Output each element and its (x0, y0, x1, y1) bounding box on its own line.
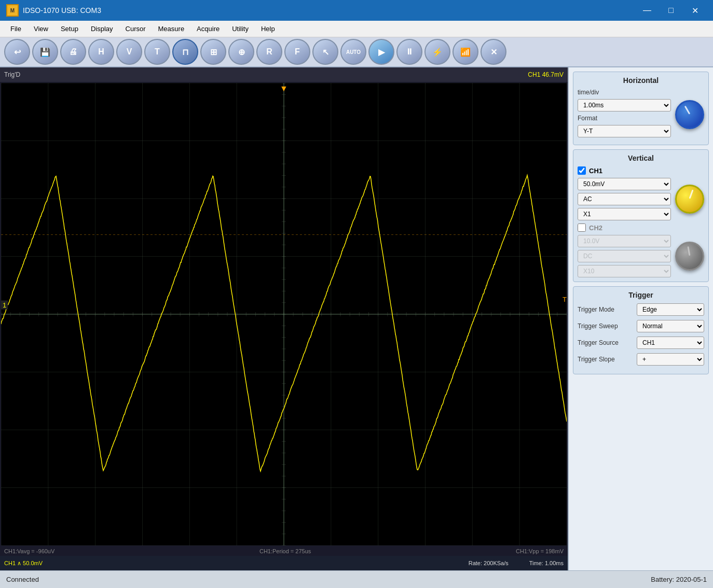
ch2-knob-marker (687, 246, 690, 256)
ch2-voltage-select[interactable]: 10.0V (578, 235, 671, 247)
toolbar-pause-button[interactable]: ⏸ (396, 39, 422, 65)
ch2-checkbox[interactable] (578, 223, 586, 232)
trigger-sweep-select[interactable]: Normal Auto Single (637, 320, 704, 332)
format-row: Format (578, 115, 671, 122)
vertical-section: Vertical CH1 50.0mV AC X (573, 149, 709, 282)
horizontal-knob[interactable] (675, 100, 704, 129)
menu-setup[interactable]: Setup (54, 23, 85, 35)
ch2-knob (675, 242, 704, 271)
app-icon: M (6, 4, 19, 17)
ch2-label: CH2 (589, 224, 602, 232)
time-div-label: time/div (578, 89, 619, 96)
menu-file[interactable]: File (4, 23, 28, 35)
toolbar-table-button[interactable]: ⊞ (200, 39, 226, 65)
toolbar-pulse-button[interactable]: ⊓ (172, 39, 198, 65)
trigger-mode-select[interactable]: Edge Pulse Video (637, 303, 704, 316)
toolbar-R-button[interactable]: R (256, 39, 282, 65)
toolbar-V-button[interactable]: V (116, 39, 142, 65)
format-select-row: Y-T (578, 125, 671, 137)
trigger-title: Trigger (578, 291, 704, 299)
ch1-channel-label: CH1 ∧ 50.0mV (4, 560, 43, 567)
menu-acquire[interactable]: Acquire (190, 23, 226, 35)
menu-help[interactable]: Help (255, 23, 281, 35)
time-div-select-row: 1.00ms (578, 99, 671, 111)
trigger-source-label: Trigger Source (578, 339, 635, 346)
toolbar-exit-button[interactable]: ✕ (481, 39, 506, 65)
menu-cursor[interactable]: Cursor (119, 23, 152, 35)
trigger-slope-row: Trigger Slope + - (578, 353, 704, 366)
minimize-button[interactable]: — (635, 0, 659, 21)
menu-utility[interactable]: Utility (226, 23, 255, 35)
ch1-vpp: CH1:Vpp = 198mV (516, 548, 564, 554)
right-panel: Horizontal time/div 1.00ms Format (568, 67, 713, 570)
ch1-ground-marker: 1 (1, 301, 8, 310)
trigger-slope-label: Trigger Slope (578, 356, 635, 363)
ch2-row: CH2 (578, 223, 704, 232)
ch1-knob[interactable] (675, 185, 704, 214)
scope-area: Trig'D CH1 46.7mV ▼ 1 T CH1:Vavg = -960u… (0, 67, 568, 570)
toolbar-H-button[interactable]: H (88, 39, 114, 65)
menu-view[interactable]: View (28, 23, 54, 35)
toolbar-run-button[interactable]: ▶ (368, 39, 394, 65)
toolbar-auto-button[interactable]: AUTO (340, 39, 366, 65)
toolbar-F-button[interactable]: F (284, 39, 310, 65)
scope-display: ▼ 1 T (1, 83, 567, 545)
toolbar-T-button[interactable]: T (144, 39, 170, 65)
time-div-select[interactable]: 1.00ms (578, 99, 671, 111)
ch1-vavg: CH1:Vavg = -960uV (4, 548, 54, 554)
toolbar-save-button[interactable]: 💾 (32, 39, 58, 65)
ch1-probe-select[interactable]: X1 (578, 208, 671, 220)
ch1-period: CH1:Period = 275us (259, 548, 311, 554)
ch1-knob-marker (689, 190, 694, 199)
horizontal-section: Horizontal time/div 1.00ms Format (573, 72, 709, 145)
menu-measure[interactable]: Measure (152, 23, 191, 35)
ch1-level: CH1 46.7mV (528, 71, 564, 78)
oscilloscope-canvas (1, 83, 567, 545)
close-button[interactable]: ✕ (683, 0, 707, 21)
trigger-section: Trigger Trigger Mode Edge Pulse Video Tr… (573, 286, 709, 374)
menubar: FileViewSetupDisplayCursorMeasureAcquire… (0, 21, 713, 37)
ch1-label: CH1 (589, 167, 602, 175)
format-select[interactable]: Y-T (578, 125, 671, 137)
ch1-checkbox[interactable] (578, 166, 586, 175)
toolbar-usb-button[interactable]: ⚡ (424, 39, 450, 65)
toolbar-back-button[interactable]: ↩ (4, 39, 30, 65)
toolbar-print-button[interactable]: 🖨 (60, 39, 86, 65)
trigger-source-select[interactable]: CH1 CH2 EXT (637, 337, 704, 349)
menu-display[interactable]: Display (85, 23, 119, 35)
sample-rate: Rate: 200KSa/s (469, 560, 509, 566)
toolbar: ↩💾🖨HVT⊓⊞⊕RF↖AUTO▶⏸⚡📶✕ (0, 37, 713, 67)
ch1-row: CH1 (578, 166, 704, 175)
format-label: Format (578, 115, 619, 122)
trigger-mode-row: Trigger Mode Edge Pulse Video (578, 303, 704, 316)
ch2-probe-select[interactable]: X10 (578, 265, 671, 277)
ch1-coupling-select[interactable]: AC (578, 193, 671, 205)
ch1-voltage-select[interactable]: 50.0mV (578, 178, 671, 190)
toolbar-cursor-button[interactable]: ↖ (312, 39, 338, 65)
horizontal-knob-marker (684, 106, 691, 115)
connection-status: Connected (6, 576, 39, 583)
window-controls: — □ ✕ (635, 0, 707, 21)
trigger-level-marker: T (563, 296, 567, 303)
trigger-status: Trig'D (4, 71, 20, 78)
trigger-slope-select[interactable]: + - (637, 353, 704, 366)
time-display: Time: 1.00ms (529, 560, 564, 566)
trigger-sweep-row: Trigger Sweep Normal Auto Single (578, 320, 704, 332)
toolbar-wifi-button[interactable]: 📶 (453, 39, 478, 65)
trigger-position-marker: ▼ (280, 84, 288, 93)
time-div-row: time/div (578, 89, 671, 96)
maximize-button[interactable]: □ (659, 0, 683, 21)
status-bar: Connected Battery: 2020-05-1 (0, 570, 713, 588)
trigger-sweep-label: Trigger Sweep (578, 323, 635, 330)
horizontal-title: Horizontal (578, 76, 704, 85)
window-title: IDSO-1070 USB: COM3 (23, 6, 635, 15)
trigger-source-row: Trigger Source CH1 CH2 EXT (578, 337, 704, 349)
scope-header: Trig'D CH1 46.7mV (0, 67, 568, 82)
trigger-mode-label: Trigger Mode (578, 306, 635, 313)
battery-info: Battery: 2020-05-1 (651, 576, 707, 583)
titlebar: M IDSO-1070 USB: COM3 — □ ✕ (0, 0, 713, 21)
toolbar-cross-button[interactable]: ⊕ (228, 39, 254, 65)
vertical-title: Vertical (578, 154, 704, 162)
ch2-coupling-select[interactable]: DC (578, 250, 671, 262)
